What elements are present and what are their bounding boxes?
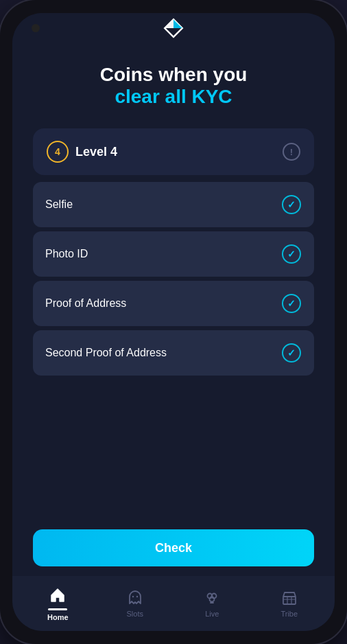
level-card: 4 Level 4 ! <box>33 128 314 175</box>
logo-area <box>163 17 184 39</box>
kyc-item-photo-id-label: Photo ID <box>45 248 88 260</box>
nav-label-home: Home <box>47 613 69 621</box>
svg-point-3 <box>132 596 134 597</box>
kyc-item-proof-of-address[interactable]: Proof of Address <box>33 281 314 326</box>
kyc-item-photo-id[interactable]: Photo ID <box>33 231 314 277</box>
home-active-indicator <box>48 608 67 610</box>
kyc-item-second-proof[interactable]: Second Proof of Address <box>33 330 314 376</box>
kyc-list: Selfie Photo ID Proof of Address <box>33 182 314 376</box>
proof-check-icon <box>281 293 302 314</box>
home-icon <box>49 586 67 604</box>
main-content: Coins when you clear all KYC 4 Level 4 !… <box>12 43 335 509</box>
kyc-item-selfie[interactable]: Selfie <box>33 182 314 227</box>
status-bar <box>12 13 335 43</box>
bottom-nav: Home Slots <box>12 576 335 631</box>
slots-icon <box>126 589 144 607</box>
photo-id-check-circle <box>282 244 301 264</box>
camera <box>32 24 40 32</box>
second-proof-check-icon <box>281 343 302 363</box>
headline-section: Coins when you clear all KYC <box>100 64 248 108</box>
live-icon <box>203 589 221 607</box>
nav-label-live: Live <box>205 610 219 618</box>
bottom-section: Check <box>12 509 335 566</box>
phone-screen: Coins when you clear all KYC 4 Level 4 !… <box>12 13 335 631</box>
selfie-check-icon <box>281 194 302 215</box>
proof-check-circle <box>282 294 301 313</box>
level-left: 4 Level 4 <box>47 141 117 163</box>
nav-label-slots: Slots <box>127 610 143 618</box>
info-icon[interactable]: ! <box>283 143 300 161</box>
kyc-item-second-proof-label: Second Proof of Address <box>45 347 167 359</box>
level-badge: 4 <box>47 141 69 163</box>
level-title: Level 4 <box>75 145 117 159</box>
svg-point-4 <box>136 596 138 597</box>
headline-line1: Coins when you <box>100 64 248 86</box>
nav-item-tribe[interactable]: Tribe <box>251 589 328 618</box>
tribe-icon <box>280 589 298 607</box>
second-proof-check-circle <box>282 343 301 363</box>
photo-id-check-icon <box>281 244 302 264</box>
phone-frame: Coins when you clear all KYC 4 Level 4 !… <box>0 0 347 644</box>
nav-label-tribe: Tribe <box>280 610 298 618</box>
check-button[interactable]: Check <box>33 529 314 566</box>
nav-item-live[interactable]: Live <box>174 589 251 618</box>
level-header: 4 Level 4 ! <box>47 141 300 163</box>
svg-rect-8 <box>283 597 296 604</box>
app-logo <box>163 17 184 39</box>
nav-item-home[interactable]: Home <box>19 586 97 621</box>
nav-item-slots[interactable]: Slots <box>97 589 174 618</box>
kyc-item-proof-label: Proof of Address <box>45 297 126 310</box>
kyc-item-selfie-label: Selfie <box>45 198 73 211</box>
selfie-check-circle <box>282 195 301 214</box>
headline-line2: clear all KYC <box>100 86 248 108</box>
